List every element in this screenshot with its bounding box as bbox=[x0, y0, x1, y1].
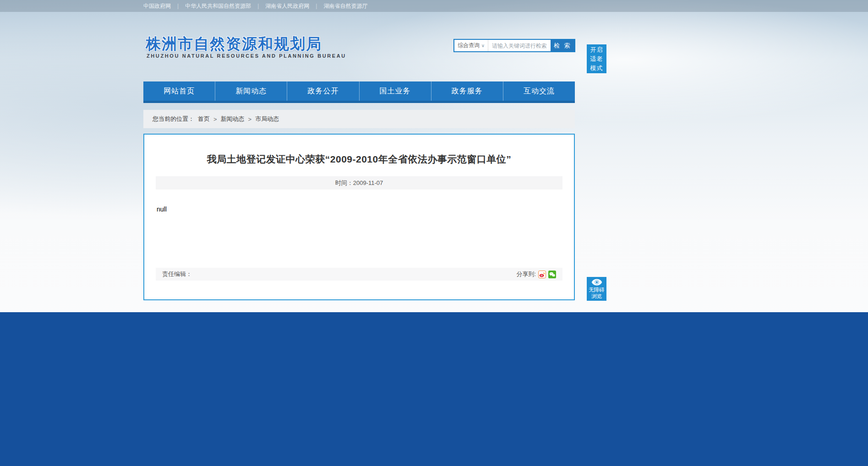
time-value: 2009-11-07 bbox=[353, 179, 383, 186]
share-label: 分享到: bbox=[516, 270, 536, 278]
top-link-hunan-gov[interactable]: 湖南省人民政府网 bbox=[265, 2, 309, 10]
weibo-share-icon[interactable] bbox=[538, 271, 546, 278]
footer: ✦ 党政机关 政府网站 找错 bbox=[0, 312, 868, 466]
editor-bar: 责任编辑： 分享到: bbox=[156, 268, 562, 281]
nav-item-home[interactable]: 网站首页 bbox=[143, 81, 215, 101]
article-time-bar: 时间： 2009-11-07 bbox=[156, 176, 562, 190]
share-group: 分享到: bbox=[516, 270, 556, 278]
search-button[interactable]: 检 索 bbox=[551, 40, 574, 51]
search-bar: 综合查询 ∨ 检 索 bbox=[453, 39, 575, 52]
site-title: 株洲市自然资源和规划局 bbox=[146, 34, 322, 54]
top-links-bar: 中国政府网 | 中华人民共和国自然资源部 | 湖南省人民政府网 | 湖南省自然资… bbox=[0, 0, 868, 12]
breadcrumb-label: 您当前的位置： bbox=[153, 115, 194, 123]
search-category-dropdown[interactable]: 综合查询 ∨ bbox=[454, 40, 488, 51]
article-title: 我局土地登记发证中心荣获“2009-2010年全省依法办事示范窗口单位” bbox=[144, 153, 574, 166]
search-category-label: 综合查询 bbox=[458, 42, 480, 49]
accessibility-button[interactable]: 无障碍浏览 bbox=[587, 277, 606, 301]
top-link-mnr[interactable]: 中华人民共和国自然资源部 bbox=[185, 2, 251, 10]
breadcrumb-separator: > bbox=[213, 116, 217, 123]
time-label: 时间： bbox=[335, 179, 353, 187]
article-body: null bbox=[157, 206, 167, 213]
nav-item-gov-open[interactable]: 政务公开 bbox=[287, 81, 359, 101]
top-link-gov-cn[interactable]: 中国政府网 bbox=[143, 2, 171, 10]
page: 中国政府网 | 中华人民共和国自然资源部 | 湖南省人民政府网 | 湖南省自然资… bbox=[0, 0, 868, 466]
top-link-hunan-nr[interactable]: 湖南省自然资源厅 bbox=[323, 2, 367, 10]
nav-item-news[interactable]: 新闻动态 bbox=[215, 81, 287, 101]
search-input[interactable] bbox=[488, 40, 551, 51]
main-nav: 网站首页 新闻动态 政务公开 国土业务 政务服务 互动交流 bbox=[143, 81, 575, 103]
separator: | bbox=[257, 3, 259, 9]
breadcrumb-home[interactable]: 首页 bbox=[198, 115, 210, 123]
elder-mode-button[interactable]: 开启适老模式 bbox=[587, 44, 606, 73]
wechat-share-icon[interactable] bbox=[548, 271, 556, 278]
accessibility-label: 无障碍浏览 bbox=[589, 287, 605, 299]
article-card: 我局土地登记发证中心荣获“2009-2010年全省依法办事示范窗口单位” 时间：… bbox=[143, 134, 575, 300]
nav-item-interaction[interactable]: 互动交流 bbox=[503, 81, 575, 101]
chevron-down-icon: ∨ bbox=[481, 43, 485, 48]
nav-item-gov-service[interactable]: 政务服务 bbox=[431, 81, 503, 101]
separator: | bbox=[177, 3, 179, 9]
separator: | bbox=[316, 3, 317, 9]
eye-icon bbox=[591, 279, 602, 286]
site-subtitle: ZHUZHOU NATURAL RESOURCES AND PLANNING B… bbox=[147, 53, 346, 59]
breadcrumb-separator: > bbox=[248, 116, 252, 123]
breadcrumb: 您当前的位置： 首页 > 新闻动态 > 市局动态 bbox=[143, 110, 575, 128]
nav-item-land-business[interactable]: 国土业务 bbox=[360, 81, 431, 101]
breadcrumb-bureau-news[interactable]: 市局动态 bbox=[255, 115, 279, 123]
editor-label: 责任编辑： bbox=[162, 270, 192, 278]
breadcrumb-news[interactable]: 新闻动态 bbox=[221, 115, 245, 123]
